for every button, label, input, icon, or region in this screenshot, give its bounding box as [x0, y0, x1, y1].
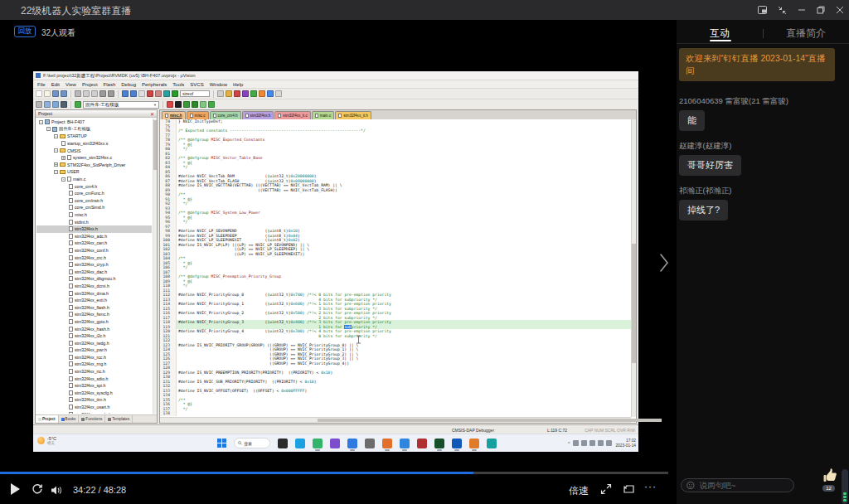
- reaction-strip[interactable]: [842, 469, 848, 504]
- toolbar-icon[interactable]: [75, 90, 81, 97]
- editor-tab-misc.c[interactable]: misc.c: [187, 111, 209, 119]
- taskbar-app-app-orange-2[interactable]: [469, 439, 479, 448]
- tree-item[interactable]: stm32f4xx_usart.h: [36, 404, 152, 411]
- toolbar-icon[interactable]: [163, 90, 170, 97]
- menu-view[interactable]: View: [65, 82, 76, 87]
- toolbar-icon[interactable]: [200, 101, 206, 108]
- toolbar-icon[interactable]: [44, 101, 51, 108]
- tree-item[interactable]: stm32f4xx_spi.h: [36, 382, 152, 390]
- tree-expander[interactable]: -: [39, 120, 43, 124]
- editor-tab-misc.h[interactable]: misc.h: [162, 111, 186, 119]
- panel-close-icon[interactable]: ✕: [150, 111, 154, 117]
- shrink-icon[interactable]: [778, 6, 787, 15]
- toolbar-icon[interactable]: [208, 101, 215, 108]
- taskbar-app-app-green-dark[interactable]: [434, 439, 444, 448]
- toolbar-icon[interactable]: [183, 101, 190, 108]
- code-area[interactable]: 74} NVIC_InitTypeDef;7576/* Exported con…: [160, 119, 631, 417]
- menu-file[interactable]: File: [37, 82, 46, 87]
- chat-collapse-chevron-icon[interactable]: [659, 253, 669, 276]
- weather-widget[interactable]: -5°C 晴天: [37, 436, 56, 445]
- tree-item[interactable]: stm32f4xx_fsmc.h: [36, 311, 152, 318]
- target-select[interactable]: 固件库-工程模版▼: [83, 101, 159, 109]
- taskbar-app-edge-browser[interactable]: [295, 439, 305, 448]
- taskbar-app-app-dark[interactable]: [278, 439, 288, 448]
- toolbar-icon[interactable]: [91, 90, 98, 97]
- tree-item[interactable]: stm32f4xx_exti.h: [36, 297, 152, 304]
- tree-item[interactable]: stm32f4xx_rng.h: [36, 361, 152, 368]
- taskbar-app-app-blue[interactable]: [400, 439, 410, 448]
- menu-edit[interactable]: Edit: [51, 82, 60, 87]
- editor-tab-main.c[interactable]: main.c: [312, 111, 335, 119]
- tree-item[interactable]: -固件库-工程模版: [36, 126, 152, 133]
- taskbar-app-media-player[interactable]: [330, 439, 340, 448]
- tray-ime-icon[interactable]: [581, 440, 587, 446]
- chat-input-box[interactable]: [681, 478, 794, 492]
- editor-tab-stm32f4xx_it.h[interactable]: stm32f4xx_it.h: [335, 111, 371, 119]
- toolbar-icon[interactable]: [36, 101, 42, 108]
- panel-tab-books[interactable]: Books: [59, 415, 80, 423]
- more-button[interactable]: ···: [644, 481, 657, 492]
- tree-item[interactable]: stm32f4xx_can.h: [36, 240, 152, 247]
- toolbar-icon[interactable]: [52, 90, 59, 97]
- tab-live-intro[interactable]: 直播简介: [786, 27, 826, 41]
- tray-chevron-up-icon[interactable]: ^: [568, 441, 570, 446]
- toolbar-icon[interactable]: [155, 90, 162, 97]
- tree-expander[interactable]: +: [61, 156, 65, 160]
- tree-item[interactable]: stm32f4xx_pwr.h: [36, 346, 152, 354]
- editor-tab-stm32f4xx_it.c[interactable]: stm32f4xx_it.c: [274, 111, 310, 119]
- tree-expander[interactable]: -: [61, 177, 65, 182]
- toolbar-icon[interactable]: [250, 90, 257, 97]
- menu-svcs[interactable]: SVCS: [190, 82, 203, 87]
- toolbar-icon[interactable]: [122, 90, 129, 97]
- tree-item[interactable]: +system_stm32f4xx.c: [36, 154, 152, 162]
- tree-item[interactable]: -CMSIS: [36, 147, 152, 154]
- tree-item[interactable]: misc.h: [36, 211, 152, 219]
- toolbar-icon[interactable]: [226, 90, 232, 97]
- menu-help[interactable]: Help: [233, 82, 243, 87]
- menu-window[interactable]: Window: [210, 82, 227, 87]
- taskbar-app-keil-uvision[interactable]: [417, 439, 427, 448]
- tree-item[interactable]: stm32f4xx_crc.h: [36, 254, 152, 261]
- tree-expander[interactable]: -: [54, 170, 58, 174]
- tree-item[interactable]: stm32f4xx_gpio.h: [36, 318, 152, 326]
- tree-item[interactable]: stm32f4xx_hash.h: [36, 325, 152, 332]
- editor-tab-core_cm4.h[interactable]: core_cm4.h: [210, 111, 241, 119]
- tree-item[interactable]: stm32f4xx_rtc.h: [36, 368, 152, 376]
- tree-item[interactable]: stm32f4xx_dcmi.h: [36, 283, 152, 290]
- tree-item[interactable]: -Project: BH-F407: [36, 119, 152, 126]
- toolbar-icon[interactable]: [259, 90, 265, 97]
- tree-item[interactable]: stm32f4xx_rcc.h: [36, 354, 152, 361]
- toolbar-icon[interactable]: [147, 90, 153, 97]
- taskbar-search[interactable]: 搜索: [234, 438, 270, 448]
- tree-item[interactable]: stm32f4xx_flash.h: [36, 303, 152, 311]
- tree-item[interactable]: stm32f4xx_conf.h: [36, 247, 152, 254]
- tree-item[interactable]: stm32f4xx_adc.h: [36, 233, 152, 240]
- taskbar-app-app-orange[interactable]: [382, 439, 392, 448]
- progress-bar[interactable]: [0, 472, 668, 474]
- tree-item[interactable]: stm32f4xx.h: [36, 225, 152, 233]
- close-icon[interactable]: [836, 6, 844, 14]
- chat-text-input[interactable]: [698, 480, 788, 491]
- tree-item[interactable]: stm32f4xx_cryp.h: [36, 261, 152, 269]
- tray-volume-icon[interactable]: [598, 440, 604, 446]
- taskbar-app-wechat[interactable]: [313, 439, 323, 448]
- taskbar-app-browser[interactable]: [347, 439, 357, 448]
- web-fullscreen-button[interactable]: [623, 483, 635, 498]
- menu-tools[interactable]: Tools: [172, 82, 184, 87]
- toolbar-icon[interactable]: [52, 101, 59, 108]
- taskbar-app-settings[interactable]: [365, 439, 375, 448]
- tree-item[interactable]: stm32f4xx_sdio.h: [36, 375, 152, 382]
- panel-tab-templates[interactable]: Templates: [105, 415, 133, 423]
- toolbar-icon[interactable]: [99, 90, 106, 97]
- toolbar-icon[interactable]: [217, 90, 224, 97]
- toolbar-icon[interactable]: [167, 101, 173, 108]
- tree-item[interactable]: stm32f4xx_syscfg.h: [36, 390, 152, 397]
- taskbar-clock[interactable]: 17:02 2023-01-14: [615, 439, 636, 448]
- toolbar-icon[interactable]: [108, 90, 114, 97]
- fullscreen-button[interactable]: [600, 483, 612, 498]
- toolbar-icon[interactable]: [172, 90, 178, 97]
- toolbar-icon[interactable]: [242, 90, 249, 97]
- menu-flash[interactable]: Flash: [104, 82, 116, 87]
- volume-button[interactable]: [51, 484, 63, 499]
- toolbar-icon[interactable]: [267, 90, 274, 97]
